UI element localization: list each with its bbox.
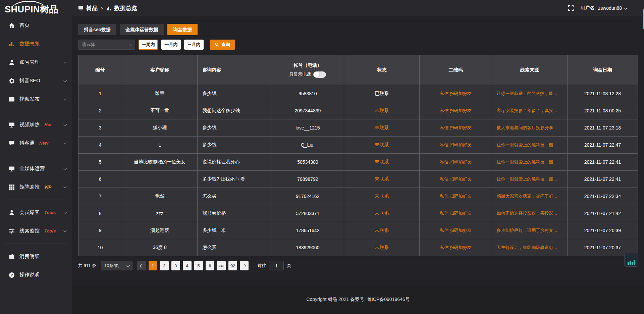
tools-badge: Tools (44, 210, 56, 215)
source-link[interactable]: 如何正确选择投影仪，买投影... (492, 205, 567, 222)
page-button-92[interactable]: 92 (228, 261, 237, 270)
widget-bar (628, 262, 629, 265)
source-link[interactable]: 让你一眼就爱上的黑科技，能... (492, 137, 567, 154)
range-week-button[interactable]: 一周内 (139, 40, 158, 50)
header-content: 咨询内容 (198, 55, 271, 85)
fullscreen-icon[interactable] (568, 5, 574, 11)
qrcode-link[interactable]: 私信 扫码加好友 (420, 154, 492, 171)
cell-content: 我只看价格 (198, 205, 271, 222)
table-header-row: 编号 客户昵称 咨询内容 帐号（电话） 只显示电话 状态 二维码 (78, 55, 638, 85)
page-button-2[interactable]: 2 (160, 261, 169, 270)
footer: Copyright 树品 2021 备案号: 粤ICP备09019646号 (72, 285, 644, 314)
tab-douyin-seo-data[interactable]: 抖音seo数据 (78, 24, 116, 35)
scrollbar-thumb[interactable] (643, 9, 644, 29)
display-icon (9, 166, 15, 172)
table-row: 7 觉然 怎么买 917024162 未联系 私信 扫码加好友 感谢大家喜欢我家… (78, 188, 638, 205)
page-button-3[interactable]: 3 (171, 261, 180, 270)
goto-suffix: 页 (287, 263, 291, 269)
filter-bar: 请选择 一周内 一月内 三月内 查询 (78, 40, 638, 50)
source-link[interactable]: 让你一眼就爱上的黑科技，能... (492, 171, 567, 188)
cell-account: 2097344839 (271, 102, 344, 119)
source-link[interactable]: 无主灯设计，智能磁吸轨道灯... (492, 239, 567, 256)
cell-date: 2021-11-07 23:18 (567, 119, 638, 137)
cell-id: 6 (78, 171, 122, 188)
qrcode-link[interactable]: 私信 扫码加好友 (420, 222, 492, 239)
cell-nickname: 狐小狸 (122, 119, 198, 137)
source-link[interactable]: 多功能护栏灯，适用于乡村文... (492, 222, 567, 239)
header-qrcode: 二维码 (420, 55, 492, 85)
sidebar-item-video-heat[interactable]: 视频加热 Hot (0, 115, 72, 134)
status-badge: 未联系 (344, 119, 420, 137)
qrcode-link[interactable]: 私信 扫码加好友 (420, 137, 492, 154)
page-ellipsis-button[interactable]: ••• (217, 261, 226, 270)
cell-date: 2021-11-07 20:39 (567, 222, 638, 239)
qrcode-link[interactable]: 私信 扫码加好友 (420, 188, 492, 205)
cell-id: 7 (78, 188, 122, 205)
sidebar-item-douyin-seo[interactable]: 抖音SEO (0, 71, 72, 90)
search-icon (215, 42, 219, 47)
source-link[interactable]: 感谢大家喜欢我家，被问了好... (492, 188, 567, 205)
filter-select[interactable]: 请选择 (78, 40, 135, 50)
sidebar-item-douketong[interactable]: 抖客通 New (0, 134, 72, 152)
sidebar-item-instructions[interactable]: ? 操作说明 (0, 266, 72, 284)
cell-nickname: 潮起潮落 (122, 222, 198, 239)
range-quarter-button[interactable]: 三月内 (184, 40, 204, 50)
sidebar-item-label: 抖音SEO (19, 77, 40, 84)
copyright-text: Copyright 树品 2021 备案号: 粤ICP备09019646号 (306, 297, 410, 303)
sidebar-item-spending-details[interactable]: 消费明细 (0, 247, 72, 266)
goto-page-input[interactable] (269, 261, 284, 270)
sidebar-item-matrix-boost[interactable]: 矩阵助推 VIP (0, 178, 72, 196)
tab-omnimedia-data[interactable]: 全媒体运营数据 (120, 24, 164, 35)
phone-only-toggle[interactable] (313, 71, 326, 78)
sidebar-item-home[interactable]: 首页 (0, 16, 72, 35)
source-link[interactable]: 让你一眼就爱上的黑科技，能... (492, 85, 567, 102)
qrcode-link[interactable]: 私信 扫码加好友 (420, 239, 492, 256)
sidebar-item-label: 全媒体运营 (19, 165, 45, 172)
floating-widget[interactable] (624, 253, 638, 267)
cell-date: 2021-11-08 12:28 (567, 85, 638, 102)
qrcode-link[interactable]: 私信 扫码加好友 (420, 102, 492, 119)
page-button-4[interactable]: 4 (183, 261, 192, 270)
qrcode-link[interactable]: 私信 扫码加好友 (420, 205, 492, 222)
chevron-down-icon (63, 229, 67, 232)
cell-id: 8 (78, 205, 122, 222)
cell-nickname: zzz (122, 205, 198, 222)
page-button-5[interactable]: 5 (194, 261, 203, 270)
qrcode-link[interactable]: 私信 扫码加好友 (420, 171, 492, 188)
sidebar-item-omnimedia[interactable]: 全媒体运营 (0, 159, 72, 178)
sidebar-divider (5, 244, 67, 244)
page-size-select[interactable]: 10条/页 (101, 261, 132, 270)
new-badge: New (39, 141, 48, 146)
source-link[interactable]: 让你一眼就爱上的黑科技，能... (492, 154, 567, 171)
status-badge: 未联系 (344, 171, 420, 188)
sidebar-item-data-overview[interactable]: 数据总览 (0, 35, 72, 53)
chevron-down-icon (63, 211, 67, 214)
sidebar-item-account-management[interactable]: 账号管理 (0, 53, 72, 71)
table-row: 1 啵章 多少钱 9583810 已联系 私信 扫码加好友 让你一眼就爱上的黑科… (78, 85, 638, 102)
status-badge: 未联系 (344, 188, 420, 205)
header-id: 编号 (78, 55, 122, 85)
cell-date: 2021-11-07 22:47 (567, 137, 638, 154)
search-button[interactable]: 查询 (210, 40, 235, 50)
range-month-button[interactable]: 一月内 (161, 40, 181, 50)
next-page-button[interactable] (240, 261, 249, 270)
chevron-down-icon (63, 79, 67, 82)
breadcrumb-home[interactable]: 树品 (86, 4, 98, 12)
cell-nickname: 啵章 (122, 85, 198, 102)
table-row: 5 当地比较能吃的一位美女 说说价格让我死心 50534380 未联系 私信 扫… (78, 154, 638, 171)
source-link[interactable]: 客厅安装投影半年多了，真实... (492, 102, 567, 119)
source-link[interactable]: 被大家追着问的客厅投影分享... (492, 119, 567, 137)
chevron-down-icon (63, 60, 67, 64)
sidebar-item-lead-monitor[interactable]: 线索监控 Tools (0, 222, 72, 240)
page-button-1[interactable]: 1 (149, 261, 157, 270)
sidebar-item-video-publish[interactable]: 视频发布 (0, 90, 72, 108)
cell-date: 2021-11-07 22:41 (567, 171, 638, 188)
qrcode-link[interactable]: 私信 扫码加好友 (420, 85, 492, 102)
user-dropdown[interactable]: 用户名: zswodun88 (580, 5, 627, 11)
qrcode-link[interactable]: 私信 扫码加好友 (420, 119, 492, 137)
prev-page-button[interactable] (137, 261, 146, 270)
page-button-6[interactable]: 6 (206, 261, 214, 270)
tab-inquiry-data[interactable]: 询盘数据 (167, 24, 198, 35)
cell-content: 怎么买 (198, 188, 271, 205)
sidebar-item-member-burst[interactable]: 会员爆客 Tools (0, 203, 72, 222)
